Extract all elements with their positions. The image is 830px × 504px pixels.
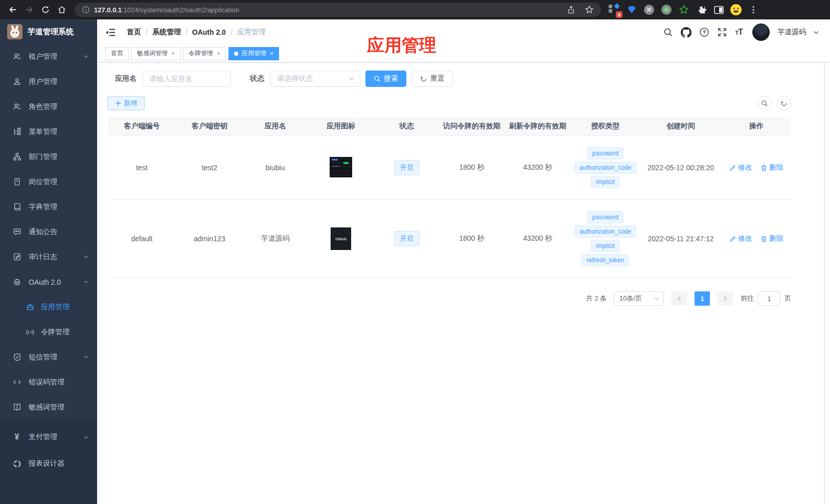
- help-icon[interactable]: ?: [699, 27, 709, 37]
- breadcrumb-current: 应用管理: [237, 28, 266, 37]
- breadcrumb-home[interactable]: 首页: [127, 28, 141, 37]
- extensions-puzzle-icon[interactable]: [695, 3, 708, 16]
- reload-button[interactable]: [38, 2, 53, 17]
- sidebar-item-pay[interactable]: ¥ 支付管理: [0, 424, 97, 450]
- fullscreen-icon[interactable]: [717, 27, 727, 37]
- svg-text:?: ?: [703, 29, 706, 35]
- breadcrumb-oauth[interactable]: OAuth 2.0: [192, 28, 226, 36]
- trash-icon: [760, 165, 767, 171]
- github-icon[interactable]: [681, 27, 691, 38]
- app-name-label: 应用名: [115, 74, 136, 83]
- prev-page-button[interactable]: [671, 291, 687, 306]
- status-cell: 开启: [374, 226, 439, 251]
- close-icon[interactable]: ×: [171, 50, 175, 57]
- sidebar-item-audit[interactable]: 审计日志: [0, 244, 97, 269]
- search-icon[interactable]: [663, 27, 673, 37]
- tab-home[interactable]: 首页: [105, 47, 129, 60]
- app-icon-image: GitHub: [331, 227, 351, 250]
- sidebar-item-sensitive[interactable]: 敏感词管理: [0, 395, 97, 420]
- add-button[interactable]: 新增: [107, 96, 145, 110]
- app-logo[interactable]: 芋道管理系统: [0, 19, 97, 44]
- sidebar-item-errcode[interactable]: 错误码管理: [0, 370, 97, 395]
- grant-types-cell: password authorization_code implicit ref…: [573, 211, 638, 266]
- client-id-cell: test: [107, 158, 176, 177]
- extension-gem-icon[interactable]: [625, 3, 638, 16]
- annotation-text: 应用管理: [367, 34, 436, 57]
- forward-button[interactable]: [21, 2, 37, 17]
- trash-icon: [760, 236, 767, 242]
- table-refresh-icon[interactable]: [777, 96, 791, 110]
- delete-link[interactable]: 删除: [760, 163, 783, 172]
- sidebar-item-user[interactable]: 用户管理: [0, 69, 97, 94]
- breadcrumb-system[interactable]: 系统管理: [152, 28, 181, 37]
- caret-down-icon[interactable]: [814, 31, 819, 34]
- sidebar-item-oauth-app[interactable]: 应用管理: [0, 294, 97, 319]
- sidebar-item-tenant[interactable]: 租户管理: [0, 44, 97, 69]
- grant-tag: authorization_code: [574, 162, 636, 174]
- client-secret-cell: test2: [176, 158, 243, 177]
- extension-record-icon[interactable]: [660, 3, 673, 16]
- next-page-button[interactable]: [717, 291, 733, 306]
- sidebar-item-dept[interactable]: 部门管理: [0, 144, 97, 169]
- app-title: 芋道管理系统: [28, 27, 74, 37]
- search-button[interactable]: 搜索: [365, 71, 406, 87]
- side-panel-icon[interactable]: [712, 3, 725, 16]
- page-number-1[interactable]: 1: [695, 291, 710, 306]
- grant-tag: implicit: [591, 240, 620, 252]
- delete-link[interactable]: 删除: [760, 234, 783, 243]
- created-cell: 2022-05-11 21:47:12: [640, 230, 722, 248]
- profile-avatar-icon[interactable]: [729, 3, 743, 16]
- back-button[interactable]: [5, 2, 20, 17]
- grant-tag: implicit: [591, 176, 620, 188]
- code-icon: [12, 378, 21, 386]
- font-size-icon[interactable]: TT: [735, 28, 743, 37]
- sidebar-item-menu[interactable]: 菜单管理: [0, 119, 97, 144]
- share-icon[interactable]: [567, 6, 575, 14]
- close-icon[interactable]: ×: [270, 50, 273, 57]
- sidebar-item-notice[interactable]: 通知公告: [0, 219, 97, 244]
- sidebar-item-post[interactable]: 岗位管理: [0, 169, 97, 194]
- grant-tag: refresh_token: [582, 254, 629, 266]
- app-name-input[interactable]: [143, 71, 230, 87]
- bookmark-star-icon[interactable]: [585, 5, 594, 14]
- sidebar-item-role[interactable]: 角色管理: [0, 94, 97, 119]
- sidebar-item-label: 支付管理: [29, 432, 57, 442]
- sidebar-item-report[interactable]: 报表设计器: [0, 450, 97, 477]
- extension-star-icon[interactable]: [677, 3, 690, 16]
- username[interactable]: 芋道源码: [777, 28, 806, 37]
- tab-sensitive[interactable]: 敏感词管理×: [131, 47, 180, 60]
- tab-application[interactable]: 应用管理×: [228, 47, 279, 60]
- actions-cell: 修改 删除: [724, 163, 789, 172]
- chevron-down-icon: [83, 434, 89, 440]
- extension-command-icon[interactable]: ⌘: [642, 3, 656, 16]
- sidebar-item-oauth[interactable]: OAuth 2.0: [0, 269, 97, 294]
- status-select[interactable]: 请选择状态: [270, 71, 360, 87]
- sidebar-item-label: 短信管理: [29, 353, 57, 362]
- filter-form: 应用名 状态 请选择状态 搜索: [107, 71, 791, 87]
- extension-grid-icon[interactable]: 9: [608, 3, 621, 16]
- user-avatar[interactable]: [752, 24, 770, 41]
- page-size-select[interactable]: 10条/页: [614, 291, 664, 306]
- tab-token[interactable]: 令牌管理×: [183, 47, 226, 60]
- sidebar-item-sms[interactable]: 短信管理: [0, 345, 97, 370]
- app-name-cell: 芋道源码: [243, 229, 308, 248]
- url-host: 127.0.0.1: [94, 6, 122, 14]
- goto-page-input[interactable]: [758, 291, 780, 306]
- close-icon[interactable]: ×: [217, 50, 220, 57]
- browser-chrome: 127.0.0.1:1024/system/oauth2/oauth2/appl…: [0, 0, 830, 19]
- edit-link[interactable]: 修改: [729, 234, 752, 243]
- sidebar-item-label: 部门管理: [29, 152, 57, 162]
- info-icon[interactable]: [82, 6, 90, 14]
- table-search-icon[interactable]: [757, 96, 772, 110]
- reset-button[interactable]: 重置: [412, 71, 453, 87]
- browser-menu-icon[interactable]: [747, 3, 760, 16]
- home-button[interactable]: [54, 2, 70, 17]
- edit-link[interactable]: 修改: [729, 163, 752, 172]
- search-icon: [374, 75, 381, 82]
- sidebar-item-dict[interactable]: 字典管理: [0, 194, 97, 219]
- url-bar[interactable]: 127.0.0.1:1024/system/oauth2/oauth2/appl…: [75, 3, 601, 17]
- app-icon-cell: GitHub: [308, 222, 374, 255]
- sidebar-item-label: 角色管理: [29, 102, 57, 111]
- sidebar-item-oauth-token[interactable]: 令牌管理: [0, 319, 97, 345]
- sidebar-toggle[interactable]: [105, 28, 116, 37]
